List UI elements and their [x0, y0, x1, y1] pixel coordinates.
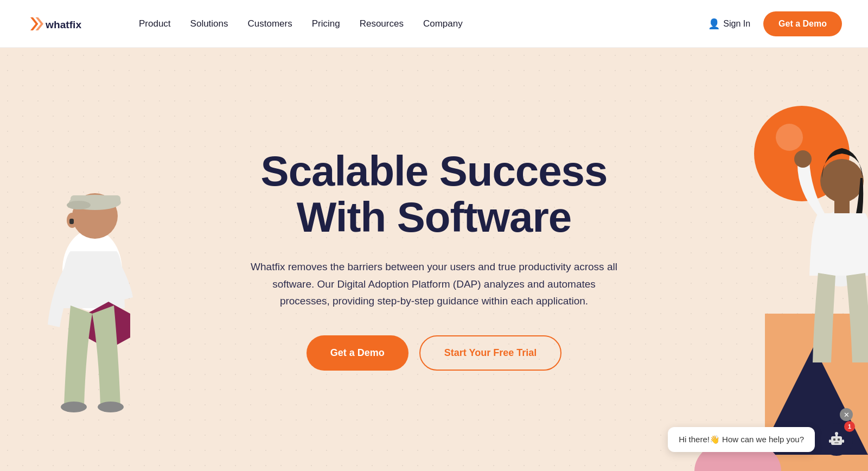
nav-item-resources[interactable]: Resources [360, 18, 404, 29]
right-illustration [684, 48, 868, 471]
logo[interactable]: whatfix [26, 13, 113, 35]
svg-point-17 [820, 159, 864, 202]
hero-title: Scalable Success With Software [250, 148, 618, 241]
sign-in-label: Sign In [723, 19, 750, 29]
left-illustration [0, 102, 163, 471]
svg-point-19 [794, 150, 812, 168]
svg-rect-26 [829, 440, 831, 443]
nav-item-customers[interactable]: Customers [248, 18, 292, 29]
svg-rect-21 [833, 438, 835, 441]
nav-item-solutions[interactable]: Solutions [190, 18, 228, 29]
svg-point-10 [98, 402, 124, 412]
navbar: whatfix Product Solutions Customers Pric… [0, 0, 868, 48]
svg-text:whatfix: whatfix [45, 19, 81, 30]
svg-rect-23 [834, 442, 839, 443]
hero-buttons: Get a Demo Start Your Free Trial [250, 335, 618, 371]
chat-close-button[interactable]: ✕ [840, 408, 853, 421]
user-icon: 👤 [708, 18, 720, 30]
hero-section: Scalable Success With Software Whatfix r… [0, 48, 868, 471]
hero-get-demo-button[interactable]: Get a Demo [307, 335, 409, 371]
nav-item-pricing[interactable]: Pricing [312, 18, 340, 29]
chat-icon-wrapper[interactable]: ✕ 1 [820, 423, 853, 456]
hero-content: Scalable Success With Software Whatfix r… [250, 148, 618, 371]
hero-free-trial-button[interactable]: Start Your Free Trial [419, 335, 561, 371]
chat-bubble: Hi there!👋 How can we help you? [668, 427, 815, 452]
hero-subtitle: Whatfix removes the barriers between you… [250, 258, 618, 309]
svg-point-5 [67, 201, 91, 209]
nav-item-product[interactable]: Product [139, 18, 171, 29]
sign-in-button[interactable]: 👤 Sign In [708, 18, 750, 30]
nav-item-company[interactable]: Company [423, 18, 463, 29]
get-demo-nav-button[interactable]: Get a Demo [763, 11, 842, 36]
svg-rect-20 [831, 436, 842, 445]
svg-point-9 [61, 402, 87, 412]
chat-badge: 1 [844, 421, 855, 432]
svg-rect-7 [69, 219, 74, 224]
svg-rect-22 [838, 438, 840, 441]
navbar-right: 👤 Sign In Get a Demo [708, 11, 842, 36]
svg-point-25 [835, 432, 838, 435]
svg-point-15 [776, 124, 803, 151]
chat-widget: Hi there!👋 How can we help you? ✕ 1 [668, 423, 853, 456]
chat-message: Hi there!👋 How can we help you? [679, 435, 804, 444]
svg-rect-27 [842, 440, 844, 443]
nav-links: Product Solutions Customers Pricing Reso… [139, 18, 708, 29]
